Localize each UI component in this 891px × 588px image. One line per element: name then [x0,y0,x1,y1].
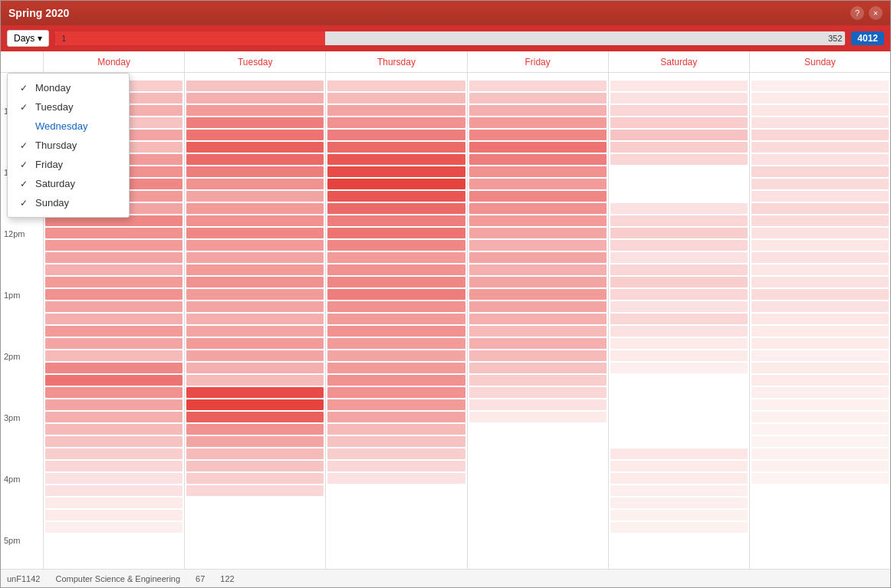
progress-label: 352 [828,34,842,43]
title-bar: Spring 2020 ? × [1,1,890,25]
dropdown-item-friday[interactable]: ✓ Friday [8,155,129,174]
dropdown-item-wednesday[interactable]: Wednesday [8,117,129,136]
heat-block [469,93,607,103]
heat-block [327,350,465,361]
heat-block [469,142,607,153]
check-sunday: ✓ [20,198,29,209]
heat-block [610,240,748,251]
heat-block [610,203,748,214]
heat-block [610,326,748,337]
dropdown-item-thursday[interactable]: ✓ Thursday [8,136,129,155]
heat-block [751,326,889,337]
bar-input: 1 [61,34,66,43]
grid-container: 10am 11am 12pm 1pm 2pm 3pm 4pm 5pm 6pm 7… [1,73,890,569]
heat-block [186,166,324,177]
heat-block [45,252,182,263]
heat-block [751,264,889,275]
heat-block [186,461,324,471]
heat-block [469,289,607,300]
heat-block [610,264,748,275]
heat-block [327,424,465,435]
days-dropdown[interactable]: Days ▾ [7,30,49,47]
time-12pm: 12pm [4,229,25,238]
heat-block [186,412,324,422]
heat-block [610,142,748,153]
dropdown-item-sunday[interactable]: ✓ Sunday [8,193,129,212]
heat-block [469,264,607,275]
scroll-area[interactable]: 10am 11am 12pm 1pm 2pm 3pm 4pm 5pm 6pm 7… [1,73,890,569]
heat-block [327,289,465,300]
heat-block [469,412,607,422]
heat-block [327,387,465,398]
heat-block [186,387,324,398]
heat-block [45,240,182,251]
heat-block [327,117,465,128]
heat-block [186,424,324,435]
dropdown-menu[interactable]: ✓ Monday ✓ Tuesday Wednesday ✓ Thursday … [7,73,130,218]
heat-block [751,179,889,189]
heat-block [751,399,889,410]
heat-block [45,522,182,533]
heat-block [327,154,465,165]
check-monday: ✓ [20,83,29,94]
heat-block [186,93,324,103]
progress-bar-fill [55,31,325,45]
heat-block [751,80,889,91]
dropdown-label-monday: Monday [35,82,71,94]
heat-block [751,277,889,287]
heat-block [751,240,889,251]
heat-block [610,448,748,459]
heat-block [186,80,324,91]
heat-block [610,154,748,165]
dropdown-item-monday[interactable]: ✓ Monday [8,78,129,97]
heat-block [186,252,324,263]
heat-block [610,363,748,373]
heat-block [186,154,324,165]
dropdown-label-thursday: Thursday [35,140,77,151]
heat-block [186,350,324,361]
heat-block [751,154,889,165]
heat-block [327,166,465,177]
window-title: Spring 2020 [8,7,69,19]
time-1pm: 1pm [4,291,20,300]
dropdown-label-sunday: Sunday [35,197,69,209]
heat-block [45,412,182,422]
heat-block [469,240,607,251]
heat-block [45,473,182,484]
time-4pm: 4pm [4,475,20,484]
heat-block [327,301,465,312]
heat-block [610,350,748,361]
heat-block [751,461,889,471]
heat-block [327,252,465,263]
heat-block [186,375,324,386]
day-column-friday [467,73,608,569]
heat-block [327,264,465,275]
heat-block [751,375,889,386]
heat-block [186,130,324,140]
heat-block [469,203,607,214]
heat-block [751,93,889,103]
heat-block [751,228,889,238]
dropdown-item-tuesday[interactable]: ✓ Tuesday [8,97,129,117]
heat-block [186,473,324,484]
dropdown-item-saturday[interactable]: ✓ Saturday [8,174,129,193]
heat-block [45,448,182,459]
dropdown-label-tuesday: Tuesday [35,101,73,113]
heat-block [186,228,324,238]
dropdown-label-friday: Friday [35,159,63,170]
close-button[interactable]: × [869,6,883,20]
heat-block [45,375,182,386]
heat-block [186,215,324,226]
heat-block [45,326,182,337]
heat-block [610,289,748,300]
heat-block [45,498,182,508]
heat-block [327,436,465,447]
heat-block [186,436,324,447]
days-header: Monday Tuesday Thursday Friday Saturday … [1,51,890,73]
heat-block [610,277,748,287]
heat-block [469,399,607,410]
heat-block [751,338,889,349]
heat-block [186,240,324,251]
heat-block [327,363,465,373]
help-button[interactable]: ? [850,6,864,20]
